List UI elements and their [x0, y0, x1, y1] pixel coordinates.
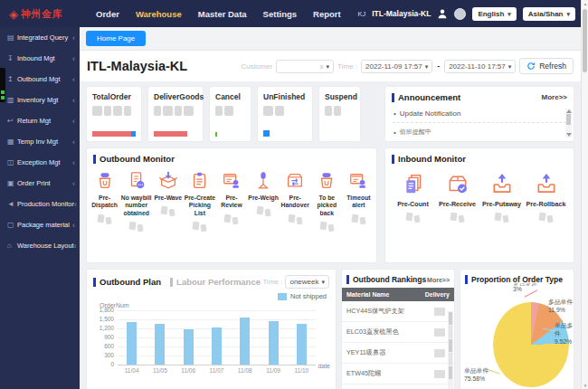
- bar[interactable]: [297, 324, 307, 365]
- tab-outbound-plan[interactable]: Outbound Plan: [93, 277, 161, 287]
- sidebar-item-inbound-mgt[interactable]: ↧ Inbound Mgt ‹: [0, 48, 80, 69]
- outbound-monitor-items: Pre-Dispatch No waybill number obtained …: [87, 167, 376, 232]
- time-value: oneweek: [289, 278, 318, 286]
- card-stamp-icon: [348, 171, 368, 191]
- obscured-delivery-value: [434, 308, 445, 316]
- sidebar-item-warehouse-layout[interactable]: ⌂ Warehouse Layout ‹: [0, 235, 80, 256]
- plan-time-select[interactable]: oneweek ▾: [285, 275, 329, 289]
- stat-card-total-order[interactable]: TotalOrder: [86, 86, 142, 142]
- announcement-item[interactable]: • 值班提醒中: [385, 124, 574, 140]
- avatar[interactable]: [454, 8, 466, 20]
- stat-card-cancel[interactable]: Cancel: [209, 86, 251, 142]
- monitor-item-no-waybill[interactable]: No waybill number obtained: [120, 171, 152, 232]
- sidebar-item-label: Integrated Query: [17, 33, 72, 42]
- monitor-item-pre-dispatch[interactable]: Pre-Dispatch: [89, 171, 120, 232]
- x-tick: 11/05: [153, 367, 167, 374]
- monitor-label: Pre-Review: [215, 194, 247, 210]
- sidebar-item-inventory-mgt[interactable]: ▥ Inventory Mgt ‹: [0, 90, 80, 110]
- chevron-down-icon: ▾: [508, 63, 512, 70]
- user-icon[interactable]: [437, 8, 448, 19]
- time-to-select[interactable]: 2022-11-10 17:57 ▾: [444, 60, 516, 73]
- logo-diamond-icon: ◈: [9, 8, 18, 20]
- tab-home-page[interactable]: Home Page: [86, 31, 146, 46]
- menu-master-data[interactable]: Master Data: [198, 9, 247, 19]
- material-name: YEY11吸鼻器: [346, 348, 385, 357]
- monitor-item-timeout-alert[interactable]: Timeout alert: [343, 171, 375, 232]
- clear-icon[interactable]: x: [320, 62, 324, 71]
- title-accent: [392, 155, 394, 164]
- sidebar-item-temp-inv-mgt[interactable]: ▦ Temp Inv Mgt ‹: [0, 131, 80, 152]
- sidebar-item-order-print[interactable]: ▣ Order Print ‹: [0, 173, 80, 194]
- sidebar-item-return-mgt[interactable]: ↩ Return Mgt ‹: [0, 110, 80, 131]
- monitor-label: Timeout alert: [343, 194, 375, 210]
- bar[interactable]: [184, 329, 194, 365]
- ranking-row[interactable]: ELC03直发梳黑色: [342, 322, 454, 343]
- refresh-button[interactable]: Refresh: [519, 58, 574, 74]
- sidebar-item-package-material[interactable]: ▢ Package material ‹: [0, 214, 80, 235]
- chevron-icon: ‹: [74, 200, 77, 209]
- language-select[interactable]: English ▾: [472, 7, 516, 21]
- stat-card-deliver-goods[interactable]: DeliverGoods: [147, 86, 204, 142]
- ranking-row[interactable]: HCY44S煤气炉支架: [342, 301, 454, 322]
- rankings-more-link[interactable]: More>>: [427, 277, 450, 283]
- bullet-icon: •: [394, 128, 396, 137]
- monitor-item-pre-putaway[interactable]: Pre-Putaway: [479, 173, 524, 223]
- time-from-select[interactable]: 2022-11-09 17:57 ▾: [361, 60, 432, 73]
- sidebar-item-production-monitor[interactable]: ◄ Production Monitor ‹: [0, 194, 80, 214]
- stat-label: DeliverGoods: [154, 92, 197, 101]
- scroll-down-icon[interactable]: ▾: [582, 382, 588, 389]
- timezone-select[interactable]: Asia/Shan ▾: [523, 7, 575, 21]
- scroll-up-icon[interactable]: ▴: [582, 0, 588, 7]
- scrollbar-thumb[interactable]: [449, 312, 452, 325]
- scrollbar-thumb[interactable]: [566, 114, 571, 125]
- monitor-item-to-be-picked-back[interactable]: To be picked back: [311, 171, 343, 232]
- announcement-item[interactable]: • Update Notification: [385, 106, 574, 121]
- customer-select[interactable]: x ▾: [276, 60, 334, 73]
- announcement-text: 值班提醒中: [400, 128, 432, 137]
- rankings-title: Outbound Rankings: [353, 275, 426, 284]
- monitor-item-pre-review[interactable]: Pre-Review: [215, 171, 247, 232]
- stat-card-unfinished[interactable]: UnFinished: [257, 86, 313, 142]
- menu-settings[interactable]: Settings: [263, 9, 297, 19]
- menu-order[interactable]: Order: [96, 9, 119, 19]
- exception-icon: ◫: [7, 158, 17, 166]
- bar[interactable]: [269, 321, 279, 365]
- menu-warehouse[interactable]: Warehouse: [136, 9, 182, 19]
- monitor-item-pre-rollback[interactable]: Pre-Rollback: [524, 173, 568, 223]
- monitor-item-pre-count[interactable]: Pre-Count: [391, 173, 435, 223]
- announcement-more-link[interactable]: More>>: [542, 93, 567, 101]
- monitor-item-pre-wave[interactable]: Pre-Wave: [152, 171, 184, 232]
- scroll-up-icon[interactable]: [566, 109, 572, 113]
- monitor-item-pre-handover[interactable]: Pre-Handover: [280, 171, 311, 232]
- x-tick: 11/10: [294, 367, 308, 374]
- pie-slice-pct: 3%: [513, 286, 522, 292]
- indicator-green: [1, 96, 5, 100]
- menu-report[interactable]: Report: [313, 9, 341, 19]
- sidebar-item-integrated-query[interactable]: ▤ Integrated Query ‹: [0, 27, 80, 48]
- ranking-row[interactable]: ETW45陀螺: [342, 364, 454, 384]
- pie-slice-pct: 11.9%: [548, 307, 565, 313]
- rankings-scrollbar[interactable]: [448, 311, 453, 389]
- sidebar-item-exception-mgt[interactable]: ◫ Exception Mgt ‹: [0, 152, 80, 173]
- scroll-down-icon[interactable]: [566, 133, 572, 137]
- dashboard-content: TotalOrder DeliverGoods Cancel UnFinishe…: [80, 81, 581, 389]
- bar[interactable]: [155, 324, 165, 365]
- basket-icon: [95, 171, 115, 191]
- outbound-rankings-panel: Outbound Rankings More>> Material Name D…: [341, 269, 455, 389]
- pie-label-duopin-danjian: 多品单件 11.9%: [548, 299, 573, 315]
- bar[interactable]: [240, 318, 250, 365]
- tab-strip: Home Page: [80, 27, 581, 51]
- stat-card-suspend[interactable]: Suspend: [318, 86, 361, 142]
- page-scrollbar[interactable]: ▴ ▾: [581, 0, 588, 389]
- monitor-item-pre-create-picking[interactable]: Pre-Create Picking List: [184, 171, 215, 232]
- ranking-row[interactable]: YEY11吸鼻器: [342, 343, 454, 364]
- bar[interactable]: [212, 327, 222, 365]
- announcement-scrollbar[interactable]: [565, 109, 572, 138]
- tab-labour-performance[interactable]: Labour Performance: [170, 277, 261, 287]
- scrollbar-thumb[interactable]: [583, 9, 587, 72]
- sidebar-item-outbound-mgt[interactable]: ↥ Outbound Mgt ‹: [0, 69, 80, 90]
- bar[interactable]: [127, 322, 137, 365]
- monitor-item-pre-receive[interactable]: Pre-Receive: [435, 173, 479, 223]
- material-name: ELC03直发梳黑色: [346, 327, 399, 337]
- monitor-item-pre-weigh[interactable]: Pre-Weigh: [248, 171, 280, 232]
